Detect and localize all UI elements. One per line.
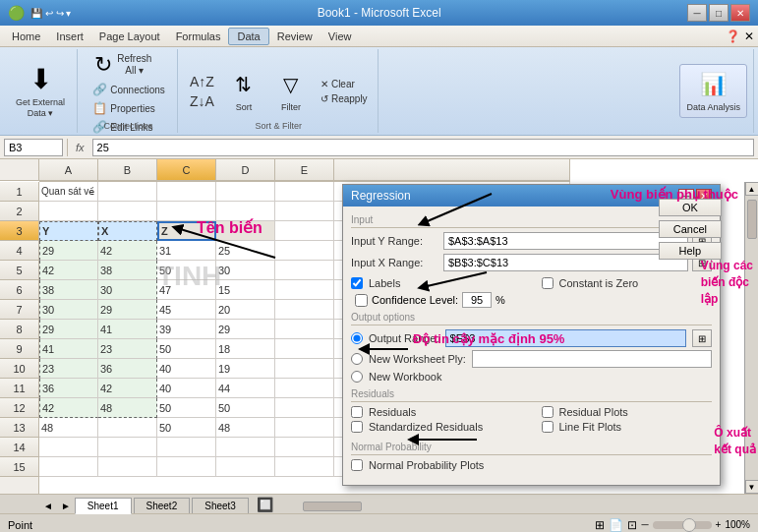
cell-D5[interactable]: 30 [216,261,275,280]
view-layout-btn[interactable]: 📄 [609,518,623,532]
cell-E3[interactable] [275,221,334,241]
help-icon[interactable]: ❓ [726,30,740,43]
cell-B7[interactable]: 29 [98,300,157,320]
sort-button[interactable]: ⇅ Sort [222,65,265,117]
zoom-in-btn[interactable]: + [716,519,722,530]
cell-D9[interactable]: 18 [216,339,275,359]
cell-A5[interactable]: 42 [39,261,98,280]
confidence-value-field[interactable] [462,292,492,308]
scroll-thumb[interactable] [747,200,757,239]
new-worksheet-field[interactable] [472,350,712,368]
menu-formulas[interactable]: Formulas [168,29,229,44]
menu-review[interactable]: Review [269,29,321,44]
cell-B1[interactable] [98,182,157,202]
row-header-5[interactable]: 5 [0,261,38,280]
input-x-field[interactable] [443,254,688,271]
tab-sheet3[interactable]: Sheet3 [192,498,249,513]
row-header-9[interactable]: 9 [0,339,38,359]
cell-C13[interactable]: 50 [157,418,216,438]
cell-A9[interactable]: 41 [39,339,98,359]
formula-input[interactable]: 25 [92,139,754,156]
row-header-8[interactable]: 8 [0,320,38,339]
row-header-4[interactable]: 4 [0,241,38,261]
row-header-2[interactable]: 2 [0,202,38,221]
view-normal-btn[interactable]: ⊞ [595,518,605,532]
scroll-down-arrow[interactable]: ▼ [745,480,759,494]
output-range-btn[interactable]: ⊞ [692,329,712,347]
output-range-field[interactable] [445,329,686,347]
cell-B10[interactable]: 36 [98,359,157,379]
cell-B11[interactable]: 42 [98,379,157,398]
cell-A6[interactable]: 38 [39,280,98,300]
cell-C4[interactable]: 31 [157,241,216,261]
menu-insert[interactable]: Insert [48,29,91,44]
tab-sheet1[interactable]: Sheet1 [75,498,132,514]
cell-A14[interactable] [39,438,98,457]
menu-data[interactable]: Data [228,28,268,45]
data-analysis-button[interactable]: 📊 Data Analysis [679,64,747,118]
cell-C1[interactable] [157,182,216,202]
cell-D11[interactable]: 44 [216,379,275,398]
cell-A7[interactable]: 30 [39,300,98,320]
cell-A13[interactable]: 48 [39,418,98,438]
cell-D12[interactable]: 50 [216,398,275,418]
residuals-checkbox[interactable] [351,406,363,418]
cell-B8[interactable]: 41 [98,320,157,339]
ok-button[interactable]: OK [659,199,722,216]
cell-E4[interactable] [275,241,334,261]
view-break-btn[interactable]: ⊡ [627,518,637,532]
cell-B9[interactable]: 23 [98,339,157,359]
cell-E6[interactable] [275,280,334,300]
connections-button[interactable]: 🔗 Connections [87,81,169,98]
cell-B3[interactable]: X [98,221,157,241]
help-button[interactable]: Help [659,242,722,260]
cell-C15[interactable] [157,457,216,477]
cell-B2[interactable] [98,202,157,221]
labels-checkbox[interactable] [351,277,363,289]
cell-E8[interactable] [275,320,334,339]
minimize-button[interactable]: ─ [687,4,707,22]
col-header-C[interactable]: C [157,159,216,181]
cell-A11[interactable]: 36 [39,379,98,398]
cell-C9[interactable]: 50 [157,339,216,359]
close-button[interactable]: ✕ [730,4,750,22]
cell-C2[interactable] [157,202,216,221]
properties-button[interactable]: 📋 Properties [87,99,169,117]
cell-B14[interactable] [98,438,157,457]
row-header-11[interactable]: 11 [0,379,38,398]
sort-ascending-button[interactable]: A↑Z [186,73,218,90]
menu-page-layout[interactable]: Page Layout [91,29,168,44]
menu-home[interactable]: Home [4,29,48,44]
cell-E15[interactable] [275,457,334,477]
cell-A15[interactable] [39,457,98,477]
cell-D7[interactable]: 20 [216,300,275,320]
refresh-all-button[interactable]: ↻ RefreshAll ▾ [87,51,155,79]
new-worksheet-radio[interactable] [351,353,363,365]
cell-E14[interactable] [275,438,334,457]
clear-button[interactable]: ✕ Clear [317,78,372,90]
row-header-13[interactable]: 13 [0,418,38,438]
cell-A2[interactable] [39,202,98,221]
row-header-12[interactable]: 12 [0,398,38,418]
cell-A12[interactable]: 42 [39,398,98,418]
cancel-button[interactable]: Cancel [659,220,722,238]
standardized-residuals-checkbox[interactable] [351,421,363,433]
vertical-scrollbar[interactable]: ▲ ▼ [744,182,758,494]
row-header-10[interactable]: 10 [0,359,38,379]
row-header-7[interactable]: 7 [0,300,38,320]
cell-A8[interactable]: 29 [39,320,98,339]
cell-A10[interactable]: 23 [39,359,98,379]
cell-E11[interactable] [275,379,334,398]
cell-E12[interactable] [275,398,334,418]
cell-E2[interactable] [275,202,334,221]
col-header-D[interactable]: D [216,159,275,181]
regression-dialog[interactable]: Regression ─ ✕ Input Input Y Range: ⊞ In… [342,184,721,486]
cell-C6[interactable]: 47 [157,280,216,300]
col-header-A[interactable]: A [39,159,98,181]
cell-C10[interactable]: 40 [157,359,216,379]
col-header-B[interactable]: B [98,159,157,181]
menu-view[interactable]: View [321,29,360,44]
input-y-field[interactable] [443,232,688,250]
cell-C3[interactable]: Z [157,221,216,241]
cell-A4[interactable]: 29 [39,241,98,261]
